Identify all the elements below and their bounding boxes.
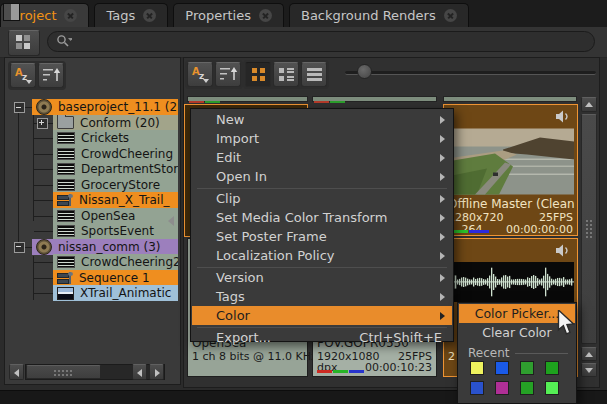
scrollbar-thumb[interactable] [581,114,597,344]
recent-color-swatch[interactable] [545,361,559,375]
recent-color-swatch[interactable] [495,381,509,395]
search-input[interactable] [72,34,594,50]
collapse-icon[interactable] [14,242,25,253]
tree-item-conform-20[interactable]: Conform (20) [53,115,178,131]
menu-item-label: Edit [216,150,241,165]
scroll-left-button-2[interactable] [132,364,147,380]
tree-item-nissan-comm-3[interactable]: nissan_comm (3) [32,239,178,255]
partial-card-footer[interactable] [443,96,577,102]
menu-item-label: Version [216,270,264,285]
sort-order-button[interactable] [38,63,64,88]
chevron-down-icon [203,79,209,83]
sort-order-icon [40,66,62,85]
menu-item-label: Clip [216,191,241,206]
tree-item-sportsevent[interactable]: SportsEvent [53,223,178,239]
clip-card-offline-master[interactable]: Offline Master (Clean 1280x720 25FPS i..… [443,104,578,236]
clip-name: Offline Master (Clean [448,197,574,211]
menu-item-set-poster-frame[interactable]: Set Poster Frame [192,227,452,246]
tree-item-crowdcheering2[interactable]: CrowdCheering2 [53,254,178,270]
tree-item-label: CrowdCheering2 [81,255,178,269]
tree-item-crickets[interactable]: Crickets [53,130,178,146]
submenu-arrow-icon [440,214,445,222]
menu-item-clip[interactable]: Clip [192,189,452,208]
menu-item-export[interactable]: Export...Ctrl+Shift+E [192,328,452,347]
tree-item-sequence-1[interactable]: Sequence 1 [53,270,178,286]
menu-item-label: New [216,112,244,127]
menu-item-new[interactable]: New [192,110,452,129]
tree-item-label: GroceryStore [81,178,160,192]
menu-item-edit[interactable]: Edit [192,148,452,167]
submenu-arrow-icon [440,173,445,181]
tree-item-label: DepartmentStore [81,162,178,176]
submenu-item-label: Color Picker... [475,306,560,321]
collapse-icon[interactable] [14,102,25,113]
workspace-layout-button[interactable] [8,30,40,56]
close-icon[interactable] [143,9,156,22]
grid-view-button[interactable] [245,62,271,87]
menu-shortcut: Ctrl+Shift+E [359,330,442,345]
codec-bar [330,101,345,103]
list-view-button[interactable] [301,62,327,87]
project-bin-tree-panel: A z baseproject_11.1 (2Conform (20)Crick… [4,57,181,385]
scroll-up-button-2[interactable] [581,347,597,361]
sort-order-icon [217,65,239,84]
bin-sort-order-button[interactable] [215,62,241,87]
tree-item-label: XTrail_Animatic [80,286,171,300]
sequence-icon [57,272,73,284]
thumbnail-list-view-button[interactable] [273,62,299,87]
tree-item-label: OpenSea [81,209,135,223]
clip-audio-info: 1 ch 8 bits @ 11.0 KHz [192,350,303,363]
recent-color-swatch[interactable] [520,361,534,375]
scroll-right-button[interactable] [149,364,164,380]
main-toolbar [0,27,607,58]
recent-color-swatch[interactable] [470,381,484,395]
menu-item-import[interactable]: Import [192,129,452,148]
tab-tags[interactable]: Tags [94,3,168,27]
tree-item-label: Crickets [81,131,129,145]
scrollbar-thumb[interactable] [26,365,101,379]
tab-properties[interactable]: Properties [173,3,284,27]
codec-bar [333,370,348,373]
thumbnail-size-slider-knob[interactable] [357,64,372,79]
sort-alphabetical-button[interactable]: A z [10,63,36,88]
scroll-down-button[interactable] [581,363,597,377]
tab-background-renders[interactable]: Background Renders [289,3,469,27]
tree-item-crowdcheering[interactable]: CrowdCheering [53,146,178,162]
chevron-down-icon [26,80,32,84]
menu-item-set-media-color-transform[interactable]: Set Media Color Transform [192,208,452,227]
scroll-up-button[interactable] [581,97,597,112]
tree-item-opensea[interactable]: OpenSea [53,208,178,224]
codec-bar [189,101,204,103]
menu-item-version[interactable]: Version [192,268,452,287]
tree-item-label: Nissan_X_Trail_ [79,193,170,207]
expand-icon[interactable] [37,118,48,129]
menu-item-tags[interactable]: Tags [192,287,452,306]
tree-item-departmentstore[interactable]: DepartmentStore [53,161,178,177]
scroll-left-button[interactable] [9,364,24,380]
search-field[interactable] [47,31,595,52]
recent-color-swatch[interactable] [520,381,534,395]
panel-splitter-collapse-icon[interactable] [168,216,174,226]
recent-color-swatch[interactable] [495,361,509,375]
tab-label: Properties [185,8,251,23]
tree-item-grocerystore[interactable]: GroceryStore [53,177,178,193]
project-icon [36,99,52,115]
thumbnail-size-slider-track[interactable] [345,71,596,75]
menu-item-open-in[interactable]: Open In [192,167,452,186]
menu-item-color[interactable]: Color [192,306,452,325]
close-icon[interactable] [64,9,77,22]
close-icon[interactable] [444,9,457,22]
close-icon[interactable] [259,9,272,22]
codec-bar [469,230,489,233]
tree-item-nissan-x-trail[interactable]: Nissan_X_Trail_ [53,192,178,208]
recent-color-swatch[interactable] [545,381,559,395]
tree-item-baseproject-11-1-2[interactable]: baseproject_11.1 (2 [32,99,178,115]
audio-icon [57,148,75,160]
search-icon [56,34,72,49]
menu-item-localization-policy[interactable]: Localization Policy [192,246,452,265]
clip-timecode: 00:00:00:00 [506,223,573,236]
menu-item-label: Import [216,131,259,146]
tree-item-xtrail-animatic[interactable]: XTrail_Animatic [53,285,178,301]
bin-sort-alphabetical-button[interactable]: A z [187,62,213,87]
recent-color-swatch[interactable] [470,361,484,375]
